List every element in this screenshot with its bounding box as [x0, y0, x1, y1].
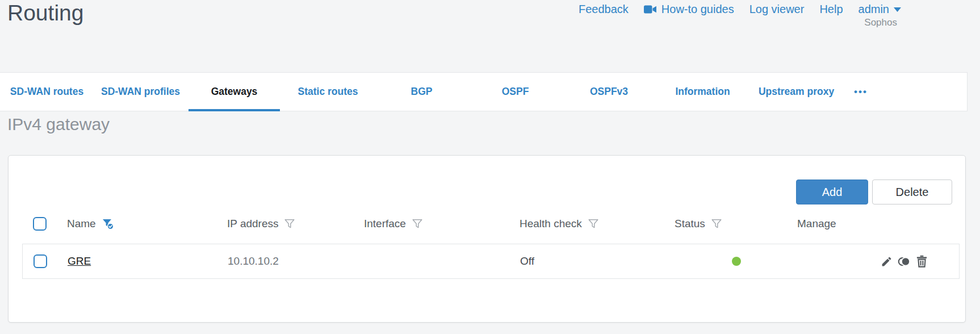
page-title: Routing: [7, 0, 83, 27]
brand-label: Sophos: [864, 17, 897, 28]
tab-ospf[interactable]: OSPF: [468, 73, 562, 111]
table-header: Name IP address Interface Health check: [22, 212, 960, 235]
filter-icon[interactable]: [711, 218, 722, 229]
column-header-manage: Manage: [797, 218, 836, 230]
how-to-guides-label: How-to guides: [661, 3, 734, 16]
table-row: GRE 10.10.10.2 Off: [23, 244, 959, 278]
status-dot: [732, 257, 741, 266]
help-link[interactable]: Help: [819, 3, 843, 16]
feedback-link[interactable]: Feedback: [579, 3, 629, 16]
tab-upstream-proxy[interactable]: Upstream proxy: [749, 73, 843, 111]
edit-icon[interactable]: [881, 256, 893, 268]
gateway-name-link[interactable]: GRE: [68, 255, 91, 267]
section-title: IPv4 gateway: [7, 115, 110, 134]
tab-ospfv3[interactable]: OSPFv3: [562, 73, 656, 111]
manage-actions: [798, 255, 959, 268]
admin-menu[interactable]: admin: [858, 3, 901, 16]
column-header-ip-address: IP address: [227, 218, 278, 230]
tab-gateways[interactable]: Gateways: [187, 73, 281, 111]
more-tabs-button[interactable]: •••: [843, 73, 878, 111]
log-viewer-link[interactable]: Log viewer: [749, 3, 805, 16]
filter-icon[interactable]: [588, 218, 599, 229]
feedback-label: Feedback: [579, 3, 629, 16]
column-header-status: Status: [675, 218, 705, 230]
video-camera-icon: [644, 5, 657, 14]
tab-static-routes[interactable]: Static routes: [281, 73, 375, 111]
tab-information[interactable]: Information: [656, 73, 749, 111]
column-header-health-check: Health check: [520, 218, 582, 230]
tab-sd-wan-profiles[interactable]: SD-WAN profiles: [94, 73, 187, 111]
gateway-ip-address: 10.10.10.2: [228, 255, 365, 268]
tab-bar: SD-WAN routes SD-WAN profiles Gateways S…: [0, 72, 968, 111]
top-nav: Feedback How-to guides Log viewer Help a…: [579, 3, 901, 16]
ipv4-gateway-card: Add Delete Name IP address Interface: [8, 155, 966, 323]
admin-label: admin: [858, 3, 889, 16]
column-header-interface: Interface: [364, 218, 406, 230]
caret-down-icon: [894, 7, 901, 12]
toolbar: Add Delete: [796, 179, 952, 204]
tab-sd-wan-routes[interactable]: SD-WAN routes: [0, 73, 94, 111]
log-viewer-label: Log viewer: [749, 3, 805, 16]
filter-active-icon[interactable]: [102, 218, 114, 230]
clone-icon[interactable]: [898, 256, 911, 268]
add-button[interactable]: Add: [796, 179, 868, 204]
column-header-name: Name: [67, 218, 96, 230]
delete-icon[interactable]: [916, 255, 928, 268]
select-all-checkbox[interactable]: [33, 217, 47, 231]
filter-icon[interactable]: [284, 218, 295, 229]
table-body: GRE 10.10.10.2 Off: [22, 244, 960, 279]
help-label: Help: [819, 3, 843, 16]
tab-bgp[interactable]: BGP: [375, 73, 468, 111]
how-to-guides-link[interactable]: How-to guides: [644, 3, 734, 16]
filter-icon[interactable]: [412, 218, 423, 229]
row-checkbox[interactable]: [33, 254, 47, 268]
gateway-health-check: Off: [520, 255, 675, 268]
delete-button[interactable]: Delete: [872, 179, 952, 204]
